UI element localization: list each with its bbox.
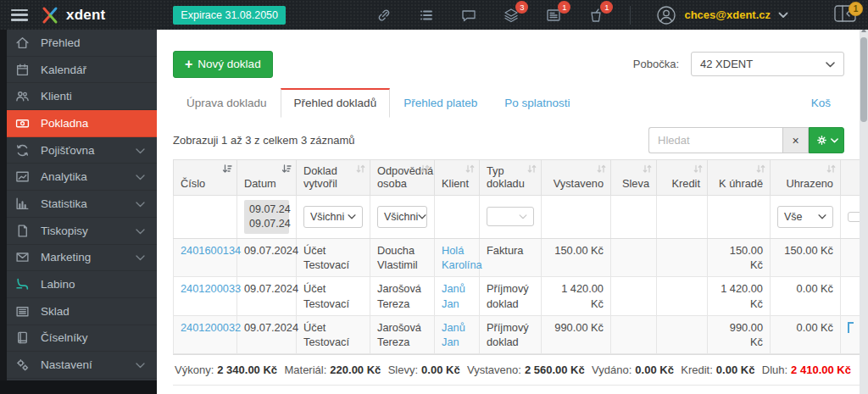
sidebar-item-marketing[interactable]: Marketing bbox=[0, 245, 157, 272]
column-header-cislo[interactable]: Číslo bbox=[174, 160, 237, 196]
new-document-button[interactable]: + Nový doklad bbox=[173, 51, 273, 78]
sort-icon bbox=[597, 164, 606, 176]
sort-icon bbox=[826, 164, 836, 176]
client-link[interactable]: Holá Karolína bbox=[442, 244, 482, 271]
column-header-odpovedna-osoba[interactable]: Odpovědná osoba bbox=[370, 160, 435, 196]
sort-icon bbox=[643, 164, 652, 176]
sidebar-item-nastaveni[interactable]: Nastavení bbox=[0, 352, 157, 379]
chevron-down-icon bbox=[818, 212, 826, 221]
sidebar-item-klienti[interactable]: Klienti bbox=[0, 83, 157, 110]
filter-row: 09.07.24 09.07.24 Všichni Všichni bbox=[174, 196, 860, 239]
column-header-klient[interactable]: Klient bbox=[435, 160, 480, 196]
total-vystaveno: Vystaveno:2 560.00 Kč bbox=[467, 363, 585, 376]
users-icon bbox=[15, 89, 30, 103]
sidebar: Přehled Kalendář Klienti Pokladna Pojišť… bbox=[0, 30, 157, 394]
sidebar-item-prehled[interactable]: Přehled bbox=[0, 30, 157, 57]
sidebar-item-labino[interactable]: Labino bbox=[0, 271, 157, 298]
search-input[interactable] bbox=[648, 127, 782, 153]
responsible-filter-select[interactable]: Všichni bbox=[377, 206, 427, 228]
chevron-down-icon bbox=[136, 144, 145, 157]
tab-po-splatnosti[interactable]: Po splatnosti bbox=[491, 89, 583, 118]
expiration-badge: Expirace 31.08.2050 bbox=[173, 6, 286, 25]
new-document-label: Nový doklad bbox=[198, 58, 260, 70]
clear-search-button[interactable]: × bbox=[782, 127, 809, 153]
news-icon[interactable]: 1 bbox=[545, 7, 562, 24]
total-dluh: Dluh:2 410.00 Kč bbox=[762, 363, 851, 376]
sidebar-item-ciselniky[interactable]: Číselníky bbox=[0, 325, 157, 352]
user-menu[interactable]: chces@xdent.cz bbox=[656, 5, 788, 25]
filter-creator: Všichni bbox=[297, 196, 370, 239]
chevron-down-icon bbox=[136, 358, 145, 371]
column-header-uhrazeno[interactable]: Uhrazeno bbox=[771, 160, 841, 196]
table-row[interactable]: 2401600134 09.07.2024 Účet Testovací Dou… bbox=[174, 238, 860, 277]
sidebar-item-pokladna[interactable]: Pokladna bbox=[0, 110, 157, 137]
date-from: 09.07.24 bbox=[249, 203, 284, 217]
paid-filter-select[interactable]: Vše bbox=[777, 206, 833, 228]
date-to: 09.07.24 bbox=[249, 217, 284, 231]
sort-icon bbox=[756, 164, 765, 176]
branch-select[interactable]: 42 XDENT bbox=[691, 52, 844, 76]
column-header-datum[interactable]: Datum bbox=[237, 160, 297, 196]
clipped-link-fragment bbox=[848, 322, 854, 333]
table-settings-button[interactable] bbox=[809, 127, 844, 153]
chat-icon[interactable] bbox=[460, 7, 477, 24]
sidebar-item-analytika[interactable]: Analytika bbox=[0, 164, 157, 191]
totals-row: Výkony:2 340.00 Kč Materiál:220.00 Kč Sl… bbox=[173, 354, 860, 386]
sidebar-item-tiskopisy[interactable]: Tiskopisy bbox=[0, 218, 157, 245]
menu-toggle-icon[interactable] bbox=[11, 9, 28, 21]
filter-responsible: Všichni bbox=[370, 196, 435, 239]
branch-value: 42 XDENT bbox=[700, 58, 753, 70]
sidebar-item-kalendar[interactable]: Kalendář bbox=[0, 57, 157, 84]
branch-label: Pobočka: bbox=[633, 58, 679, 70]
link-icon[interactable] bbox=[376, 7, 392, 24]
sidebar-item-label: Klienti bbox=[41, 90, 72, 103]
column-header-kredit[interactable]: Kredit bbox=[657, 160, 708, 196]
client-link[interactable]: Janů Jan bbox=[442, 282, 465, 309]
sort-icon bbox=[693, 164, 703, 176]
cup-icon[interactable]: 1 bbox=[587, 7, 604, 24]
sidebar-item-label: Sklad bbox=[41, 305, 70, 318]
client-link[interactable]: Janů Jan bbox=[442, 321, 465, 348]
filter-klient bbox=[435, 196, 480, 239]
topbar-divider bbox=[630, 6, 631, 25]
date-range-filter[interactable]: 09.07.24 09.07.24 bbox=[244, 200, 289, 234]
document-number-link[interactable]: 2401200032 bbox=[181, 321, 241, 334]
column-header-sleva[interactable]: Sleva bbox=[611, 160, 657, 196]
inventory-icon bbox=[15, 304, 30, 319]
column-header-vystaveno[interactable]: Vystaveno bbox=[542, 160, 611, 196]
column-header-k-uhrade[interactable]: K úhradě bbox=[708, 160, 771, 196]
layers-icon[interactable]: 3 bbox=[503, 7, 520, 24]
tab-bar: Úprava dokladu Přehled dokladů Přehled p… bbox=[173, 88, 860, 118]
home-icon bbox=[15, 36, 30, 50]
list-icon[interactable] bbox=[418, 7, 435, 24]
filter-uhrazeno: Vše bbox=[771, 196, 841, 239]
tab-prehled-plateb[interactable]: Přehled plateb bbox=[390, 89, 491, 118]
filter-clipped bbox=[841, 196, 860, 239]
total-material: Materiál:220.00 Kč bbox=[284, 363, 381, 376]
table-row[interactable]: 2401200033 09.07.2024 Účet Testovací Jar… bbox=[174, 277, 860, 316]
layers-badge: 3 bbox=[515, 1, 528, 14]
bar-chart-icon bbox=[15, 197, 30, 211]
total-vydano: Vydáno:0.00 Kč bbox=[592, 363, 674, 376]
column-header-typ-dokladu[interactable]: Typ dokladu bbox=[480, 160, 542, 196]
tab-prehled-dokladu[interactable]: Přehled dokladů bbox=[281, 88, 391, 118]
table-row[interactable]: 2401200032 09.07.2024 Účet Testovací Jar… bbox=[174, 315, 860, 354]
line-chart-icon bbox=[15, 169, 30, 184]
document-number-link[interactable]: 2401600134 bbox=[181, 244, 241, 257]
tab-kos[interactable]: Koš bbox=[798, 89, 844, 118]
sidebar-item-label: Tiskopisy bbox=[41, 225, 88, 237]
column-header-clipped bbox=[841, 160, 860, 196]
type-filter-select[interactable] bbox=[487, 207, 534, 226]
sidebar-item-pojistovna[interactable]: Pojišťovna bbox=[0, 137, 157, 164]
sidebar-item-label: Labino bbox=[41, 278, 75, 291]
sidebar-item-statistika[interactable]: Statistika bbox=[0, 191, 157, 218]
sidebar-item-sklad[interactable]: Sklad bbox=[0, 298, 157, 325]
scrollbar-thumb[interactable] bbox=[860, 37, 867, 122]
recycle-icon bbox=[15, 143, 30, 158]
sidebar-item-label: Nastavení bbox=[41, 358, 92, 371]
creator-filter-select[interactable]: Všichni bbox=[303, 206, 363, 228]
column-header-doklad-vytvoril[interactable]: Doklad vytvořil bbox=[297, 160, 370, 196]
tab-uprava-dokladu[interactable]: Úprava dokladu bbox=[173, 89, 281, 118]
document-number-link[interactable]: 2401200033 bbox=[181, 282, 241, 295]
app-logo[interactable]: xdent bbox=[40, 6, 105, 25]
